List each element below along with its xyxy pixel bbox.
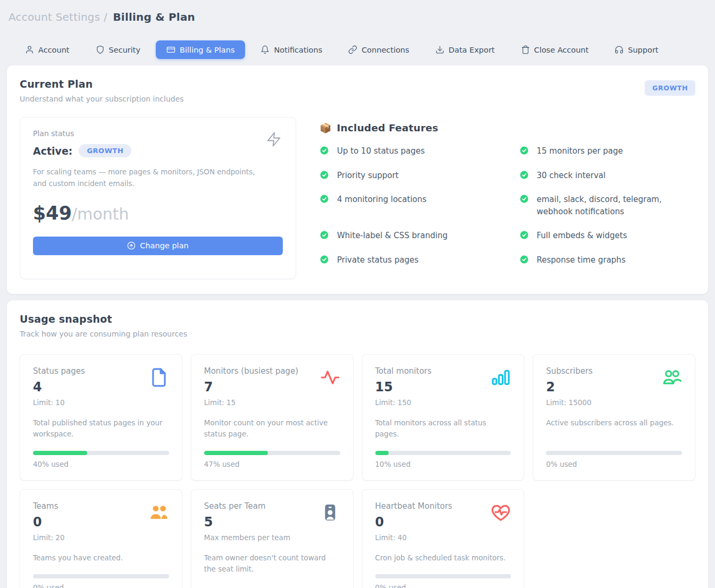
tab-close-account[interactable]: Close Account xyxy=(510,40,600,59)
zap-icon xyxy=(266,131,282,149)
usage-card-value: 5 xyxy=(204,515,290,530)
usage-card-limit: Limit: 20 xyxy=(33,533,64,542)
usage-title: Usage snapshot xyxy=(20,313,187,325)
trash-icon xyxy=(521,45,530,54)
features-title: Included Features xyxy=(337,122,438,133)
feature-label: 4 monitoring locations xyxy=(337,194,426,206)
feature-label: Up to 10 status pages xyxy=(337,145,425,157)
tab-data-export[interactable]: Data Export xyxy=(425,40,506,59)
usage-percent-label: 0% used xyxy=(33,583,169,588)
usage-percent-label: 10% used xyxy=(375,460,511,468)
tab-label: Close Account xyxy=(534,46,589,54)
usage-card-title: Heartbeat Monitors xyxy=(375,501,452,511)
usage-card-title: Seats per Team xyxy=(204,501,290,511)
usage-card-title: Subscribers xyxy=(546,366,593,376)
file-icon xyxy=(149,367,169,388)
usage-card-seats-per-team: Seats per Team5Max members per teamTeam … xyxy=(191,489,354,588)
current-plan-title: Current Plan xyxy=(20,78,184,90)
heart-pulse-icon xyxy=(491,502,511,523)
tab-label: Support xyxy=(628,46,658,54)
headset-icon xyxy=(615,45,624,54)
usage-card-title: Monitors (busiest page) xyxy=(204,366,298,376)
price-amount: $49 xyxy=(33,203,72,224)
change-plan-label: Change plan xyxy=(140,241,188,250)
usage-card-limit: Limit: 10 xyxy=(33,398,85,407)
shield-icon xyxy=(96,45,105,54)
check-circle-icon xyxy=(519,230,529,240)
tab-label: Security xyxy=(109,46,141,54)
breadcrumb: Account Settings / Billing & Plan xyxy=(9,11,708,23)
tab-connections[interactable]: Connections xyxy=(338,40,420,59)
usage-progress-track xyxy=(375,451,511,455)
feature-item-private-status-pages: Private status pages xyxy=(319,254,496,266)
feature-label: 30 check interval xyxy=(537,170,606,182)
tab-label: Notifications xyxy=(274,46,322,54)
feature-item-white-label-css-branding: White-label & CSS branding xyxy=(319,230,496,242)
usage-card-monitors-busiest-page: Monitors (busiest page)7Limit: 15Monitor… xyxy=(191,354,354,481)
usage-card-limit: Limit: 15000 xyxy=(546,398,593,407)
usage-progress-track xyxy=(33,451,169,455)
usage-card-subscribers: Subscribers2Limit: 15000Active subscribe… xyxy=(533,354,695,481)
usage-card-limit: Limit: 15 xyxy=(204,398,298,407)
feature-item-30-check-interval: 30 check interval xyxy=(519,170,696,182)
breadcrumb-section[interactable]: Account Settings xyxy=(9,11,100,23)
usage-card-value: 2 xyxy=(546,380,593,394)
usage-card-limit: Max members per team xyxy=(204,533,290,542)
tab-security[interactable]: Security xyxy=(85,40,152,59)
tab-label: Billing & Plans xyxy=(180,46,234,54)
usage-card-title: Status pages xyxy=(33,366,85,376)
check-circle-icon xyxy=(319,255,329,264)
plan-description: For scaling teams — more pages & monitor… xyxy=(33,166,256,190)
feature-item-response-time-graphs: Response time graphs xyxy=(519,254,696,266)
tab-account[interactable]: Account xyxy=(14,40,80,59)
usage-card-total-monitors: Total monitors15Limit: 150Total monitors… xyxy=(362,354,525,481)
usage-card-description: Active subscribers across all pages. xyxy=(546,417,679,429)
usage-card-description: Cron job & scheduled task monitors. xyxy=(375,552,508,564)
feature-item-15-monitors-per-page: 15 monitors per page xyxy=(519,145,696,157)
check-circle-icon xyxy=(519,170,529,180)
check-circle-icon xyxy=(319,230,329,240)
price-period: /month xyxy=(72,205,129,223)
check-circle-icon xyxy=(319,146,329,155)
plan-status-badge: GROWTH xyxy=(79,144,131,157)
tab-label: Connections xyxy=(361,46,409,54)
credit-card-icon xyxy=(166,45,175,54)
feature-item-email-slack-discord-telegram-w: email, slack, discord, telegram, webhook… xyxy=(519,194,696,217)
usage-progress-track xyxy=(33,574,169,578)
feature-label: Response time graphs xyxy=(537,254,626,266)
usage-card-heartbeat-monitors: Heartbeat Monitors0Limit: 40Cron job & s… xyxy=(362,489,525,588)
feature-label: Priority support xyxy=(337,170,399,182)
included-features: 📦 Included Features Up to 10 status page… xyxy=(319,117,695,266)
usage-progress-track xyxy=(375,574,511,578)
feature-item-full-embeds-widgets: Full embeds & widgets xyxy=(519,230,696,242)
usage-card-value: 0 xyxy=(375,515,452,530)
arrow-up-circle-icon xyxy=(127,241,136,250)
usage-card-description: Total published status pages in your wor… xyxy=(33,417,166,440)
bell-icon xyxy=(260,45,270,54)
check-circle-icon xyxy=(319,194,329,204)
usage-card-limit: Limit: 40 xyxy=(375,533,452,542)
usage-subtitle: Track how you are consuming plan resourc… xyxy=(20,330,187,338)
plan-status-value: Active: xyxy=(33,145,72,157)
usage-card-status-pages: Status pages4Limit: 10Total published st… xyxy=(20,354,182,481)
breadcrumb-separator: / xyxy=(104,11,107,23)
usage-card-value: 4 xyxy=(33,380,85,394)
pulse-icon xyxy=(320,367,340,388)
feature-item-up-to-10-status-pages: Up to 10 status pages xyxy=(319,145,496,157)
tab-billing-plans[interactable]: Billing & Plans xyxy=(156,40,245,59)
usage-percent-label: 40% used xyxy=(33,460,169,468)
usage-card-value: 7 xyxy=(204,380,298,394)
change-plan-button[interactable]: Change plan xyxy=(33,237,283,255)
usage-snapshot-section: Usage snapshot Track how you are consumi… xyxy=(7,300,708,588)
features-grid: Up to 10 status pages15 monitors per pag… xyxy=(319,145,695,266)
feature-item-priority-support: Priority support xyxy=(319,170,496,182)
tab-notifications[interactable]: Notifications xyxy=(250,40,333,59)
current-plan-section: Current Plan Understand what your subscr… xyxy=(7,65,708,294)
check-circle-icon xyxy=(519,146,529,155)
usage-progress-fill xyxy=(33,451,87,455)
tab-support[interactable]: Support xyxy=(604,40,669,59)
usage-progress-fill xyxy=(375,451,389,455)
plan-status-card: Plan status Active: GROWTH For scaling t… xyxy=(20,117,296,279)
tab-label: Data Export xyxy=(449,46,495,54)
usage-card-description: Monitor count on your most active status… xyxy=(204,417,337,440)
